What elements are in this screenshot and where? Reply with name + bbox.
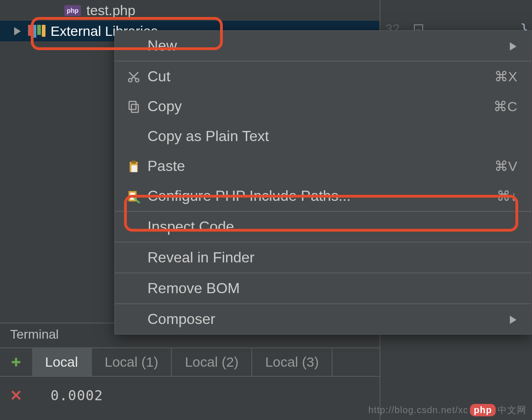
menu-configure-php-paths[interactable]: Configure PHP Include Paths... ⌘↓: [115, 181, 531, 211]
terminal-output-text: 0.0002: [32, 387, 103, 403]
configure-icon: [123, 188, 144, 204]
submenu-arrow-icon: [509, 311, 517, 328]
terminal-output-row: 0.0002: [0, 377, 379, 414]
svg-rect-7: [129, 101, 136, 109]
watermark: http://blog.csdn.net/xcphp中文网: [368, 404, 526, 416]
menu-copy[interactable]: Copy ⌘C: [115, 91, 531, 121]
menu-shortcut: ⌘X: [494, 68, 517, 85]
svg-rect-9: [131, 160, 136, 163]
context-menu: New Cut ⌘X Copy ⌘C Copy as Plain Text: [114, 30, 532, 335]
menu-label: Reveal in Finder: [147, 249, 517, 266]
menu-new[interactable]: New: [115, 31, 531, 61]
menu-shortcut: ⌘V: [494, 158, 517, 174]
scissors-icon: [123, 68, 144, 85]
terminal-tab-local[interactable]: Local: [32, 348, 92, 376]
menu-reveal-finder[interactable]: Reveal in Finder: [115, 243, 531, 272]
menu-label: New: [147, 37, 509, 54]
menu-cut[interactable]: Cut ⌘X: [115, 62, 531, 91]
svg-rect-6: [131, 104, 138, 113]
menu-label: Cut: [147, 68, 494, 85]
terminal-tabs: Local Local (1) Local (2) Local (3): [0, 347, 379, 377]
menu-composer[interactable]: Composer: [115, 304, 531, 334]
expand-arrow-icon[interactable]: [7, 27, 28, 35]
php-badge-icon: php: [470, 404, 496, 416]
add-terminal-button[interactable]: [0, 348, 32, 376]
blank-icon: [123, 250, 144, 266]
blank-icon: [123, 128, 144, 145]
menu-copy-plain[interactable]: Copy as Plain Text: [115, 121, 531, 151]
menu-label: Remove BOM: [147, 280, 517, 297]
svg-rect-10: [131, 165, 137, 172]
libraries-icon: [28, 24, 46, 38]
terminal-panel: Terminal Local Local (1) Local (2) Local…: [0, 323, 379, 414]
blank-icon: [123, 219, 144, 235]
menu-inspect-code[interactable]: Inspect Code...: [115, 212, 531, 242]
tree-file-label: test.php: [86, 3, 136, 18]
watermark-text: 中文网: [498, 405, 526, 415]
svg-marker-1: [510, 42, 516, 51]
close-terminal-button[interactable]: [0, 377, 32, 414]
gutter-row-31: [380, 0, 532, 19]
menu-label: Inspect Code...: [147, 218, 517, 235]
submenu-arrow-icon: [509, 37, 517, 54]
blank-icon: [123, 311, 144, 328]
menu-label: Copy: [147, 98, 493, 115]
blank-icon: [123, 280, 144, 297]
menu-paste[interactable]: Paste ⌘V: [115, 151, 531, 181]
terminal-tab[interactable]: Local (2): [172, 348, 252, 376]
menu-label: Paste: [147, 158, 494, 175]
menu-label: Composer: [147, 311, 509, 328]
terminal-tab[interactable]: Local (1): [92, 348, 172, 376]
menu-remove-bom[interactable]: Remove BOM: [115, 273, 531, 303]
blank-icon: [123, 38, 144, 54]
tree-file-row[interactable]: php test.php: [0, 0, 379, 21]
svg-marker-0: [14, 27, 20, 35]
clipboard-icon: [123, 158, 144, 175]
menu-label: Configure PHP Include Paths...: [147, 187, 497, 204]
menu-shortcut: ⌘↓: [497, 188, 517, 204]
php-file-icon: php: [63, 4, 82, 17]
terminal-tab[interactable]: Local (3): [252, 348, 333, 376]
svg-marker-14: [510, 316, 516, 324]
menu-label: Copy as Plain Text: [147, 128, 517, 145]
watermark-text: http://blog.csdn.net/xc: [368, 405, 469, 415]
copy-icon: [123, 98, 144, 115]
menu-shortcut: ⌘C: [493, 98, 517, 114]
